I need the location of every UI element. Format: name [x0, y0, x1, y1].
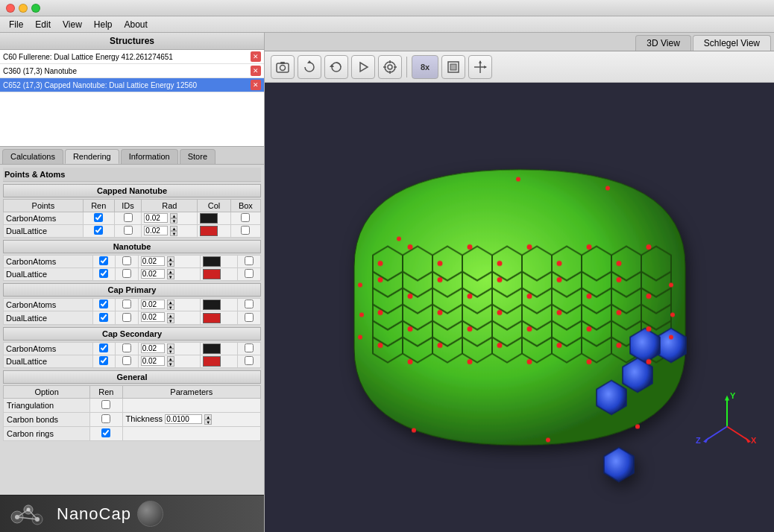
menu-file[interactable]: File: [3, 18, 29, 31]
box-checkbox[interactable]: [245, 313, 254, 322]
ids-cell[interactable]: [114, 225, 142, 238]
color-picker[interactable]: [203, 356, 221, 367]
tab-store[interactable]: Store: [180, 149, 215, 164]
rad-up[interactable]: ▲: [167, 269, 174, 274]
ids-checkbox[interactable]: [122, 269, 131, 278]
triangulation-checkbox[interactable]: [101, 400, 110, 409]
box-cell[interactable]: [238, 299, 261, 311]
box-cell[interactable]: [238, 355, 261, 367]
ids-checkbox[interactable]: [124, 213, 133, 222]
ren-checkbox[interactable]: [94, 226, 103, 235]
ren-checkbox[interactable]: [94, 213, 103, 222]
rad-input[interactable]: [141, 300, 165, 309]
thickness-input[interactable]: [165, 414, 202, 424]
color-picker[interactable]: [203, 343, 221, 354]
minimize-button[interactable]: [19, 4, 28, 13]
ren-cell[interactable]: [92, 256, 116, 268]
tab-information[interactable]: Information: [121, 149, 178, 164]
rad-spinner[interactable]: ▲▼: [167, 269, 174, 279]
ids-checkbox[interactable]: [122, 300, 131, 308]
carbon-bonds-checkbox[interactable]: [101, 414, 110, 423]
menu-about[interactable]: About: [119, 18, 154, 31]
col-cell[interactable]: [201, 342, 238, 355]
box-checkbox[interactable]: [241, 213, 250, 222]
ids-checkbox[interactable]: [122, 256, 131, 265]
tab-rendering[interactable]: Rendering: [65, 149, 119, 164]
ren-cell[interactable]: [83, 225, 114, 238]
box-cell[interactable]: [238, 256, 261, 268]
box-checkbox[interactable]: [245, 356, 254, 365]
rad-down[interactable]: ▼: [167, 318, 174, 323]
rad-down[interactable]: ▼: [167, 262, 174, 267]
menu-help[interactable]: Help: [88, 18, 119, 31]
col-cell[interactable]: [198, 212, 231, 225]
rad-input[interactable]: [141, 256, 165, 266]
ren-checkbox[interactable]: [99, 300, 108, 308]
rad-down[interactable]: ▼: [170, 218, 177, 224]
gen-ren-cell[interactable]: [90, 412, 122, 426]
rad-up[interactable]: ▲: [167, 300, 174, 305]
rad-down[interactable]: ▼: [167, 361, 174, 367]
box-checkbox[interactable]: [241, 226, 250, 235]
rad-up[interactable]: ▲: [170, 213, 177, 218]
gen-ren-cell[interactable]: [90, 426, 122, 440]
rad-spinner[interactable]: ▲▼: [170, 213, 177, 224]
col-cell[interactable]: [201, 268, 238, 281]
toolbar-axes-btn[interactable]: [468, 55, 492, 79]
maximize-button[interactable]: [31, 4, 40, 13]
color-picker[interactable]: [200, 213, 218, 224]
box-checkbox[interactable]: [245, 300, 254, 308]
ids-checkbox[interactable]: [122, 343, 131, 352]
carbon-rings-checkbox[interactable]: [101, 428, 110, 437]
thickness-down[interactable]: ▼: [204, 419, 212, 425]
rad-up[interactable]: ▲: [167, 313, 174, 318]
tab-schlegel-view[interactable]: Schlegel View: [693, 35, 771, 51]
toolbar-rotate-btn[interactable]: [298, 55, 321, 79]
ids-cell[interactable]: [116, 268, 139, 281]
ren-checkbox[interactable]: [99, 343, 108, 352]
rad-spinner[interactable]: ▲▼: [167, 313, 174, 323]
color-picker[interactable]: [203, 269, 221, 279]
ren-cell[interactable]: [92, 342, 116, 355]
tab-3d-view[interactable]: 3D View: [635, 35, 690, 51]
ids-cell[interactable]: [116, 355, 139, 367]
rad-spinner[interactable]: ▲▼: [167, 343, 174, 354]
col-cell[interactable]: [201, 256, 238, 268]
color-picker[interactable]: [200, 226, 218, 236]
rad-down[interactable]: ▼: [167, 274, 174, 279]
ids-checkbox[interactable]: [122, 356, 131, 365]
tab-calculations[interactable]: Calculations: [2, 149, 63, 164]
ren-checkbox[interactable]: [99, 356, 108, 365]
thickness-spinner[interactable]: ▲▼: [204, 414, 212, 425]
rad-up[interactable]: ▲: [170, 226, 177, 231]
close-structure-0[interactable]: ✕: [251, 51, 261, 62]
box-cell[interactable]: [230, 212, 260, 225]
structure-item-0[interactable]: C60 Fullerene: Dual Lattice Energy 412.2…: [0, 50, 264, 64]
box-cell[interactable]: [238, 268, 261, 281]
structure-item-1[interactable]: C360 (17,3) Nanotube ✕: [0, 64, 264, 78]
box-cell[interactable]: [230, 225, 260, 238]
rad-spinner[interactable]: ▲▼: [167, 300, 174, 310]
box-checkbox[interactable]: [245, 269, 254, 278]
ids-cell[interactable]: [116, 256, 139, 268]
ids-cell[interactable]: [116, 311, 139, 324]
rad-up[interactable]: ▲: [167, 356, 174, 361]
ids-checkbox[interactable]: [124, 226, 133, 235]
toolbar-zoom-btn[interactable]: 8x: [412, 55, 438, 79]
rad-input[interactable]: [144, 226, 168, 235]
ren-checkbox[interactable]: [99, 256, 108, 265]
close-button[interactable]: [6, 4, 15, 13]
col-cell[interactable]: [201, 311, 238, 324]
toolbar-play-btn[interactable]: [351, 55, 375, 79]
ren-checkbox[interactable]: [99, 269, 108, 278]
toolbar-layers-btn[interactable]: [441, 55, 465, 79]
menu-view[interactable]: View: [57, 18, 88, 31]
ren-cell[interactable]: [92, 311, 116, 324]
rad-up[interactable]: ▲: [167, 256, 174, 262]
box-checkbox[interactable]: [245, 343, 254, 352]
menu-edit[interactable]: Edit: [29, 18, 57, 31]
ids-cell[interactable]: [116, 299, 139, 311]
rad-spinner[interactable]: ▲▼: [167, 256, 174, 267]
box-cell[interactable]: [238, 342, 261, 355]
close-structure-2[interactable]: ✕: [251, 80, 261, 90]
